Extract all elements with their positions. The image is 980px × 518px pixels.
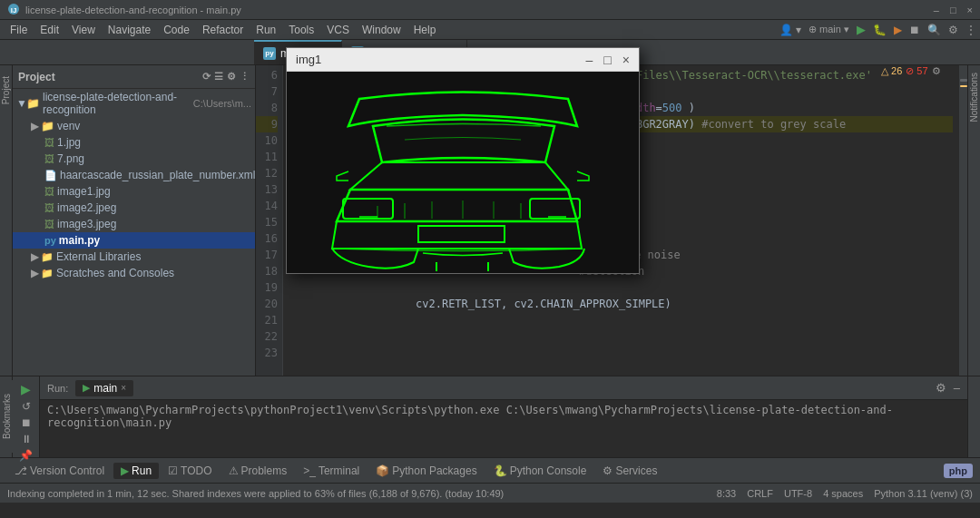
label-scratches: Scratches and Consoles — [56, 267, 174, 279]
menu-tools[interactable]: Tools — [282, 22, 320, 38]
todo-label: TODO — [181, 464, 211, 477]
run-play-icon[interactable]: ▶ — [21, 382, 31, 396]
tree-item-1jpg[interactable]: 🖼 1.jpg — [13, 134, 255, 151]
title-bar: IJ license-plate-detection-and-recogniti… — [0, 0, 980, 20]
tab-python-packages[interactable]: 📦 Python Packages — [368, 463, 484, 479]
debug-btn[interactable]: 🐛 — [873, 24, 887, 36]
list-icon[interactable]: ☰ — [214, 71, 223, 83]
tree-item-scratches[interactable]: ▶ 📁 Scratches and Consoles — [13, 265, 255, 281]
menu-refactor[interactable]: Refactor — [196, 22, 250, 38]
problems-icon: ⚠ — [229, 464, 239, 477]
tree-item-haar[interactable]: 📄 haarcascade_russian_plate_number.xml — [13, 167, 255, 183]
tab-python-console[interactable]: 🐍 Python Console — [486, 463, 594, 479]
warn-badge: △ 26 — [881, 65, 902, 77]
run-gear-icon[interactable]: ⚙ — [936, 381, 946, 395]
coverage-btn[interactable]: ▶ — [894, 24, 902, 36]
menu-help[interactable]: Help — [407, 22, 443, 38]
code-scrollbar[interactable]: △ 26 ⊘ 57 ⚙ — [958, 65, 967, 376]
rerun-icon[interactable]: ↺ — [22, 400, 31, 413]
img-window-titlebar: img1 – □ × — [287, 48, 639, 72]
folder-icon-venv: 📁 — [41, 120, 54, 132]
tree-root[interactable]: ▼ 📁 license-plate-detection-and-recognit… — [13, 89, 255, 118]
indent[interactable]: 4 spaces — [823, 488, 863, 499]
err-badge: ⊘ 57 — [906, 65, 927, 77]
terminal-label: Terminal — [318, 464, 359, 477]
menu-file[interactable]: File — [4, 22, 34, 38]
menu-navigate[interactable]: Navigate — [102, 22, 157, 38]
tab-services[interactable]: ⚙ Services — [595, 463, 664, 479]
tab-run-bottom[interactable]: ▶ Run — [113, 463, 159, 479]
label-mainpy: main.py — [59, 234, 100, 247]
file-icon-1jpg: 🖼 — [44, 137, 54, 148]
maximize-btn[interactable]: □ — [950, 5, 956, 15]
more-tree-icon[interactable]: ⋮ — [240, 71, 250, 83]
label-image3: image3.jpeg — [57, 218, 116, 230]
car-visualization — [287, 72, 639, 273]
run-tab-main[interactable]: ▶ main × — [75, 380, 133, 396]
settings-tree-icon[interactable]: ⚙ — [227, 71, 236, 83]
run-output-text: C:\Users\mwang\PycharmProjects\pythonPro… — [47, 404, 960, 429]
menu-vcs[interactable]: VCS — [320, 22, 356, 38]
project-vert-label[interactable]: Project — [1, 76, 11, 104]
run-tab-bar: Run: ▶ main × ⚙ – — [40, 376, 967, 400]
sync-icon[interactable]: ⟳ — [202, 71, 211, 83]
img-canvas — [287, 72, 639, 273]
menu-bar: File Edit View Navigate Code Refactor Ru… — [0, 20, 980, 40]
menu-run[interactable]: Run — [250, 22, 282, 38]
tree-item-venv[interactable]: ▶ 📁 venv — [13, 118, 255, 134]
label-image2: image2.jpeg — [57, 201, 116, 214]
more-btn[interactable]: ⋮ — [965, 24, 976, 36]
img-minimize-btn[interactable]: – — [586, 53, 593, 67]
minimize-btn[interactable]: – — [934, 5, 939, 15]
tree-item-7png[interactable]: 🖼 7.png — [13, 151, 255, 167]
user-icon[interactable]: 👤 ▾ — [779, 24, 801, 36]
line-numbers: 6 7 8 9 10 11 12 13 14 15 16 17 18 19 20… — [256, 65, 283, 376]
bookmarks-vert-label[interactable]: Bookmarks — [2, 394, 12, 439]
run-bottom-icon: ▶ — [121, 464, 129, 477]
run-minus-icon[interactable]: – — [954, 381, 960, 395]
run-right-panel — [967, 376, 980, 457]
root-path: C:\Users\m... — [193, 98, 251, 109]
notifications-vert-label[interactable]: Notifications — [969, 73, 979, 122]
folder-icon-root: 📁 — [26, 97, 40, 110]
tree-item-image1[interactable]: 🖼 image1.jpg — [13, 183, 255, 200]
tree-item-mainpy[interactable]: py main.py — [13, 232, 255, 249]
tab-todo[interactable]: ☑ TODO — [161, 463, 219, 479]
search-btn[interactable]: 🔍 — [927, 24, 941, 36]
settings-btn[interactable]: ⚙ — [948, 24, 958, 36]
run-tab-close[interactable]: × — [121, 383, 126, 393]
charset[interactable]: UTF-8 — [784, 488, 812, 499]
stop-btn[interactable]: ⏹ — [909, 24, 920, 36]
menu-edit[interactable]: Edit — [34, 22, 65, 38]
scroll-settings-icon[interactable]: ⚙ — [932, 65, 941, 77]
header-project-label: Project — [18, 71, 55, 83]
run-tab-label: main — [93, 382, 117, 395]
vc-label: Version Control — [30, 464, 104, 477]
img-close-btn[interactable]: × — [622, 53, 630, 67]
menu-window[interactable]: Window — [356, 22, 407, 38]
pkg-icon: 📦 — [376, 464, 389, 477]
console-label: Python Console — [510, 464, 587, 477]
tab-terminal[interactable]: >_ Terminal — [296, 463, 367, 479]
tree-item-image3[interactable]: 🖼 image3.jpeg — [13, 216, 255, 232]
tree-item-extlib[interactable]: ▶ 📁 External Libraries — [13, 249, 255, 265]
img-window[interactable]: img1 – □ × — [286, 47, 640, 274]
python-version[interactable]: Python 3.11 (venv) (3) — [874, 488, 973, 499]
tree-item-image2[interactable]: 🖼 image2.jpeg — [13, 200, 255, 216]
menu-code[interactable]: Code — [157, 22, 196, 38]
py-file-icon: py — [263, 47, 276, 60]
tab-problems[interactable]: ⚠ Problems — [221, 463, 295, 479]
branch-indicator[interactable]: ⊕ main ▾ — [808, 24, 849, 35]
cursor-position[interactable]: 8:33 — [717, 488, 736, 499]
close-btn[interactable]: × — [967, 5, 973, 15]
line-ending[interactable]: CRLF — [747, 488, 773, 499]
code-line-19 — [289, 279, 953, 296]
pause-icon[interactable]: ⏸ — [21, 433, 32, 445]
run-btn[interactable]: ▶ — [857, 23, 866, 36]
menu-view[interactable]: View — [65, 22, 102, 38]
pin-icon[interactable]: 📌 — [19, 449, 33, 462]
stop-run-icon[interactable]: ⏹ — [21, 416, 32, 429]
img-maximize-btn[interactable]: □ — [603, 53, 611, 67]
tab-version-control[interactable]: ⎇ Version Control — [7, 463, 112, 479]
label-7png: 7.png — [57, 152, 84, 165]
